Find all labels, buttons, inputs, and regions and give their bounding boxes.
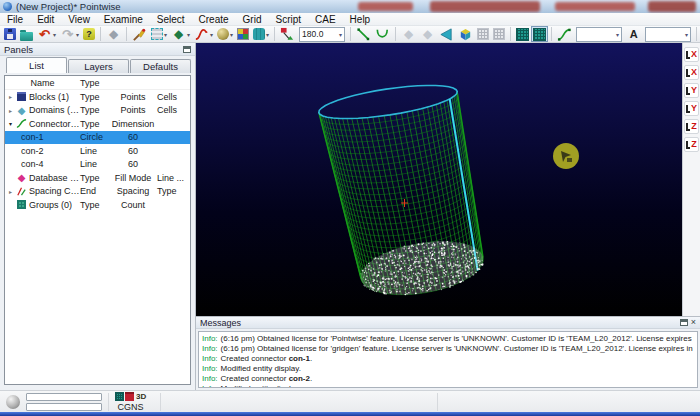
cae-solver-label: CGNS xyxy=(118,402,144,412)
display-attributes-icon[interactable] xyxy=(235,26,251,42)
entity-name: con-1 xyxy=(21,132,44,142)
menu-help[interactable]: Help xyxy=(343,13,378,26)
entity-name: Groups (0) xyxy=(29,200,72,210)
tab-defaults[interactable]: Defaults xyxy=(130,59,191,73)
message-line: Info:Modified entity display. xyxy=(202,364,694,374)
undo-icon[interactable]: ↶▾ xyxy=(35,26,58,42)
tree-row-con-1[interactable]: con-1Circle60 xyxy=(5,131,190,145)
close-messages-icon[interactable]: × xyxy=(691,319,696,326)
panels-header: Panels xyxy=(0,43,195,56)
window-bottom-edge xyxy=(0,412,700,416)
block-icon[interactable] xyxy=(456,26,475,42)
two-point-curve-icon[interactable] xyxy=(354,26,373,42)
panels-dock: Panels ListLayersDefaults Name Type ▸Blo… xyxy=(0,43,196,390)
cylinder-mesh-graphic xyxy=(196,43,682,316)
menu-file[interactable]: File xyxy=(0,13,30,26)
menu-script[interactable]: Script xyxy=(268,13,308,26)
redo-icon[interactable]: ↷▾ xyxy=(58,26,81,42)
groups-icon xyxy=(16,199,27,210)
column-type: Type xyxy=(80,78,110,88)
expander-icon[interactable]: ▸ xyxy=(7,188,14,195)
create-curve-icon[interactable]: ▾ xyxy=(192,26,215,42)
structured-grid-icon[interactable] xyxy=(514,26,531,42)
circle-curve-icon[interactable] xyxy=(373,26,392,42)
entity-tree[interactable]: Name Type ▸Blocks (1)TypePointsCells▸◆Do… xyxy=(4,75,191,385)
tab-layers[interactable]: Layers xyxy=(68,59,129,73)
title-bar[interactable]: (New Project)* Pointwise xyxy=(0,0,700,13)
menu-select[interactable]: Select xyxy=(150,13,192,26)
menu-cae[interactable]: CAE xyxy=(308,13,343,26)
menu-create[interactable]: Create xyxy=(192,13,236,26)
expander-icon[interactable]: ▸ xyxy=(7,107,14,114)
menu-grid[interactable]: Grid xyxy=(236,13,269,26)
tree-row-blocks-1[interactable]: ▸Blocks (1)TypePointsCells xyxy=(5,90,190,104)
spacing-text-icon[interactable]: A xyxy=(624,26,643,42)
glove-icon[interactable]: ▾ xyxy=(251,26,271,42)
message-line: Info:(6:16 pm) Obtained license for 'Poi… xyxy=(202,334,694,344)
dimension-label: 3D xyxy=(136,392,146,401)
paintbrush-icon[interactable] xyxy=(130,26,149,42)
examine-cube-icon[interactable]: ▾ xyxy=(149,26,169,42)
cae-solver-cell[interactable]: 3D CGNS xyxy=(115,392,146,412)
structured-domain-icon[interactable]: ◆ xyxy=(399,26,418,42)
messages-body[interactable]: Info:(6:16 pm) Obtained license for 'Poi… xyxy=(198,331,698,388)
rotate-view-icon[interactable] xyxy=(278,26,297,42)
tree-row-domains-1-3[interactable]: ▸◆Domains (1/3)TypePointsCells xyxy=(5,104,190,118)
message-line: Info:(6:16 pm) Obtained license for 'gri… xyxy=(202,344,694,354)
status-field-2[interactable] xyxy=(26,403,102,411)
status-field-1[interactable] xyxy=(26,393,102,401)
tree-row-con-2[interactable]: con-2Line60 xyxy=(5,144,190,158)
menu-view[interactable]: View xyxy=(61,13,97,26)
solver-mini-icon xyxy=(125,392,134,401)
entity-name: Database (0) xyxy=(29,173,80,183)
create-diamond-icon[interactable]: ◆▾ xyxy=(169,26,192,42)
view-plus-z-icon[interactable]: Z xyxy=(684,119,699,134)
view-minus-y-icon[interactable]: Y xyxy=(684,101,699,116)
entity-name: Domains (1/3) xyxy=(29,105,80,115)
float-panel-icon[interactable] xyxy=(183,46,191,53)
entity-name: con-2 xyxy=(21,146,44,156)
panels-tabs: ListLayersDefaults xyxy=(0,56,195,73)
tree-row-spacing-constrai[interactable]: ▸Spacing Constrai...EndSpacingType xyxy=(5,185,190,199)
column-name: Name xyxy=(5,78,80,88)
float-messages-icon[interactable] xyxy=(680,319,688,326)
domains-icon: ◆ xyxy=(16,105,27,116)
view-plus-x-icon[interactable]: X xyxy=(684,47,699,62)
open-icon[interactable] xyxy=(18,26,35,42)
messages-dock: Messages × Info:(6:16 pm) Obtained licen… xyxy=(196,316,700,390)
spacing-combo[interactable]: ▾ xyxy=(645,27,691,42)
tab-list[interactable]: List xyxy=(6,57,67,73)
view-minus-z-icon[interactable]: Z xyxy=(684,137,699,152)
view-minus-x-icon[interactable]: X xyxy=(684,65,699,80)
save-icon[interactable] xyxy=(2,26,18,42)
display-viewport[interactable] xyxy=(196,43,682,316)
tree-row-con-4[interactable]: con-4Line60 xyxy=(5,158,190,172)
unstructured-grid-icon[interactable] xyxy=(531,26,548,42)
expander-icon[interactable]: ▸ xyxy=(7,93,14,100)
extrude-icon[interactable] xyxy=(437,26,456,42)
expander-icon[interactable]: ▾ xyxy=(7,120,14,127)
sphere-tool-icon[interactable]: ▾ xyxy=(215,26,235,42)
solve-structured-icon[interactable] xyxy=(475,26,491,42)
menu-examine[interactable]: Examine xyxy=(97,13,150,26)
unstructured-domain-icon[interactable]: ◆ xyxy=(418,26,437,42)
rotation-angle-combo[interactable]: 180.0▾ xyxy=(299,27,345,42)
menu-edit[interactable]: Edit xyxy=(30,13,61,26)
view-plus-y-icon[interactable]: Y xyxy=(684,83,699,98)
tree-row-connectors-1-3[interactable]: ▾Connectors (1/3)TypeDimension xyxy=(5,117,190,131)
titlebar-artifact xyxy=(555,2,635,11)
tree-row-database-0[interactable]: ◆Database (0)TypeFill ModeLine ... xyxy=(5,171,190,185)
dimension-connector-icon[interactable] xyxy=(555,26,574,42)
solve-unstructured-icon[interactable] xyxy=(491,26,507,42)
app-icon xyxy=(3,2,12,11)
tree-row-groups-0[interactable]: Groups (0)TypeCount xyxy=(5,198,190,212)
db-icon: ◆ xyxy=(16,172,27,183)
menu-bar: FileEditViewExamineSelectCreateGridScrip… xyxy=(0,13,700,26)
entity-name: Connectors (1/3) xyxy=(29,119,80,129)
dimension-combo[interactable]: ▾ xyxy=(576,27,622,42)
trackball-icon xyxy=(6,395,20,409)
help-icon[interactable]: ? xyxy=(81,26,97,42)
select-diamond-icon[interactable]: ◆ xyxy=(104,26,123,42)
entity-name: Spacing Constrai... xyxy=(29,186,80,196)
titlebar-artifact xyxy=(648,1,696,12)
